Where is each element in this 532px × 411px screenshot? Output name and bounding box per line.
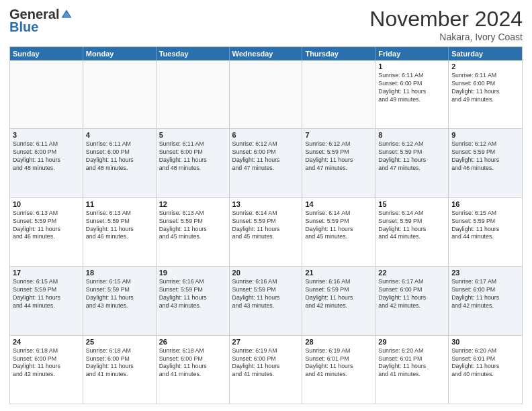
day-cell: 28Sunrise: 6:19 AM Sunset: 6:01 PM Dayli… — [302, 336, 375, 404]
calendar-row: 10Sunrise: 6:13 AM Sunset: 5:59 PM Dayli… — [10, 198, 522, 267]
day-info: Sunrise: 6:20 AM Sunset: 6:01 PM Dayligh… — [451, 347, 519, 379]
day-number: 21 — [305, 269, 372, 277]
day-info: Sunrise: 6:18 AM Sunset: 6:00 PM Dayligh… — [13, 347, 80, 379]
day-info: Sunrise: 6:16 AM Sunset: 5:59 PM Dayligh… — [305, 278, 372, 310]
day-info: Sunrise: 6:14 AM Sunset: 5:59 PM Dayligh… — [378, 210, 445, 242]
title-block: November 2024 Nakara, Ivory Coast — [369, 7, 523, 42]
header: General Blue November 2024 Nakara, Ivory… — [9, 7, 523, 42]
day-number: 5 — [159, 131, 226, 139]
month-title: November 2024 — [369, 7, 523, 32]
calendar-row: 1Sunrise: 6:11 AM Sunset: 6:00 PM Daylig… — [10, 60, 522, 129]
logo-blue: Blue — [9, 19, 38, 35]
day-number: 30 — [451, 338, 519, 346]
day-info: Sunrise: 6:12 AM Sunset: 6:00 PM Dayligh… — [232, 140, 300, 173]
day-cell: 8Sunrise: 6:12 AM Sunset: 5:59 PM Daylig… — [375, 129, 449, 197]
day-cell: 3Sunrise: 6:11 AM Sunset: 6:00 PM Daylig… — [10, 129, 83, 197]
day-cell: 30Sunrise: 6:20 AM Sunset: 6:01 PM Dayli… — [449, 336, 522, 404]
day-number: 1 — [378, 62, 445, 71]
weekday-header: Sunday — [10, 47, 83, 60]
day-cell: 10Sunrise: 6:13 AM Sunset: 5:59 PM Dayli… — [10, 198, 83, 266]
day-number: 2 — [451, 62, 519, 71]
logo: General Blue — [9, 7, 73, 35]
day-number: 3 — [13, 131, 80, 139]
empty-cell — [302, 60, 375, 128]
day-number: 26 — [159, 338, 226, 346]
day-info: Sunrise: 6:12 AM Sunset: 5:59 PM Dayligh… — [378, 140, 445, 173]
day-cell: 17Sunrise: 6:15 AM Sunset: 5:59 PM Dayli… — [10, 267, 83, 334]
day-cell: 9Sunrise: 6:12 AM Sunset: 5:59 PM Daylig… — [449, 129, 522, 197]
day-info: Sunrise: 6:19 AM Sunset: 6:00 PM Dayligh… — [232, 347, 300, 379]
day-info: Sunrise: 6:20 AM Sunset: 6:01 PM Dayligh… — [378, 347, 445, 379]
day-number: 11 — [86, 200, 153, 208]
day-info: Sunrise: 6:11 AM Sunset: 6:00 PM Dayligh… — [86, 140, 153, 173]
day-info: Sunrise: 6:11 AM Sunset: 6:00 PM Dayligh… — [378, 72, 445, 104]
day-number: 12 — [159, 200, 226, 208]
weekday-header: Tuesday — [157, 47, 230, 60]
day-number: 24 — [13, 338, 80, 346]
day-info: Sunrise: 6:13 AM Sunset: 5:59 PM Dayligh… — [159, 210, 226, 242]
day-cell: 20Sunrise: 6:16 AM Sunset: 5:59 PM Dayli… — [230, 267, 303, 334]
day-info: Sunrise: 6:12 AM Sunset: 5:59 PM Dayligh… — [451, 140, 519, 173]
page: General Blue November 2024 Nakara, Ivory… — [0, 0, 532, 411]
day-info: Sunrise: 6:16 AM Sunset: 5:59 PM Dayligh… — [159, 278, 226, 310]
empty-cell — [230, 60, 303, 128]
day-info: Sunrise: 6:18 AM Sunset: 6:00 PM Dayligh… — [159, 347, 226, 379]
day-cell: 11Sunrise: 6:13 AM Sunset: 5:59 PM Dayli… — [83, 198, 157, 266]
weekday-header: Wednesday — [230, 47, 303, 60]
location: Nakara, Ivory Coast — [369, 32, 523, 42]
day-number: 29 — [378, 338, 445, 346]
calendar: SundayMondayTuesdayWednesdayThursdayFrid… — [9, 46, 523, 404]
day-number: 10 — [13, 200, 80, 208]
calendar-row: 17Sunrise: 6:15 AM Sunset: 5:59 PM Dayli… — [10, 267, 522, 335]
day-number: 19 — [159, 269, 226, 277]
weekday-header: Saturday — [449, 47, 522, 60]
day-cell: 19Sunrise: 6:16 AM Sunset: 5:59 PM Dayli… — [157, 267, 230, 334]
day-number: 13 — [232, 200, 300, 208]
empty-cell — [10, 60, 83, 128]
calendar-body: 1Sunrise: 6:11 AM Sunset: 6:00 PM Daylig… — [10, 60, 522, 404]
day-info: Sunrise: 6:11 AM Sunset: 6:00 PM Dayligh… — [13, 140, 80, 173]
day-number: 25 — [86, 338, 153, 346]
day-number: 18 — [86, 269, 153, 277]
day-info: Sunrise: 6:17 AM Sunset: 6:00 PM Dayligh… — [378, 278, 445, 310]
day-cell: 6Sunrise: 6:12 AM Sunset: 6:00 PM Daylig… — [230, 129, 303, 197]
day-number: 20 — [232, 269, 300, 277]
day-number: 7 — [305, 131, 372, 139]
day-cell: 16Sunrise: 6:15 AM Sunset: 5:59 PM Dayli… — [449, 198, 522, 266]
day-number: 9 — [451, 131, 519, 139]
day-info: Sunrise: 6:15 AM Sunset: 5:59 PM Dayligh… — [451, 210, 519, 242]
day-number: 4 — [86, 131, 153, 139]
day-cell: 22Sunrise: 6:17 AM Sunset: 6:00 PM Dayli… — [375, 267, 449, 334]
day-cell: 25Sunrise: 6:18 AM Sunset: 6:00 PM Dayli… — [83, 336, 157, 404]
day-number: 28 — [305, 338, 372, 346]
day-info: Sunrise: 6:14 AM Sunset: 5:59 PM Dayligh… — [305, 210, 372, 242]
day-cell: 27Sunrise: 6:19 AM Sunset: 6:00 PM Dayli… — [230, 336, 303, 404]
day-number: 14 — [305, 200, 372, 208]
day-info: Sunrise: 6:14 AM Sunset: 5:59 PM Dayligh… — [232, 210, 300, 242]
day-number: 27 — [232, 338, 300, 346]
weekday-header: Monday — [83, 47, 157, 60]
empty-cell — [157, 60, 230, 128]
day-info: Sunrise: 6:17 AM Sunset: 6:00 PM Dayligh… — [451, 278, 519, 310]
empty-cell — [83, 60, 157, 128]
day-cell: 26Sunrise: 6:18 AM Sunset: 6:00 PM Dayli… — [157, 336, 230, 404]
day-cell: 1Sunrise: 6:11 AM Sunset: 6:00 PM Daylig… — [375, 60, 449, 128]
day-cell: 23Sunrise: 6:17 AM Sunset: 6:00 PM Dayli… — [449, 267, 522, 334]
day-cell: 29Sunrise: 6:20 AM Sunset: 6:01 PM Dayli… — [375, 336, 449, 404]
day-number: 6 — [232, 131, 300, 139]
day-cell: 4Sunrise: 6:11 AM Sunset: 6:00 PM Daylig… — [83, 129, 157, 197]
day-info: Sunrise: 6:15 AM Sunset: 5:59 PM Dayligh… — [86, 278, 153, 310]
day-cell: 7Sunrise: 6:12 AM Sunset: 5:59 PM Daylig… — [302, 129, 375, 197]
calendar-row: 3Sunrise: 6:11 AM Sunset: 6:00 PM Daylig… — [10, 129, 522, 197]
day-number: 15 — [378, 200, 445, 208]
weekday-header: Friday — [375, 47, 449, 60]
day-cell: 24Sunrise: 6:18 AM Sunset: 6:00 PM Dayli… — [10, 336, 83, 404]
day-cell: 5Sunrise: 6:11 AM Sunset: 6:00 PM Daylig… — [157, 129, 230, 197]
day-info: Sunrise: 6:11 AM Sunset: 6:00 PM Dayligh… — [451, 72, 519, 104]
day-info: Sunrise: 6:11 AM Sunset: 6:00 PM Dayligh… — [159, 140, 226, 173]
day-info: Sunrise: 6:12 AM Sunset: 5:59 PM Dayligh… — [305, 140, 372, 173]
day-info: Sunrise: 6:13 AM Sunset: 5:59 PM Dayligh… — [86, 210, 153, 242]
day-cell: 12Sunrise: 6:13 AM Sunset: 5:59 PM Dayli… — [157, 198, 230, 266]
day-info: Sunrise: 6:15 AM Sunset: 5:59 PM Dayligh… — [13, 278, 80, 310]
day-cell: 14Sunrise: 6:14 AM Sunset: 5:59 PM Dayli… — [302, 198, 375, 266]
